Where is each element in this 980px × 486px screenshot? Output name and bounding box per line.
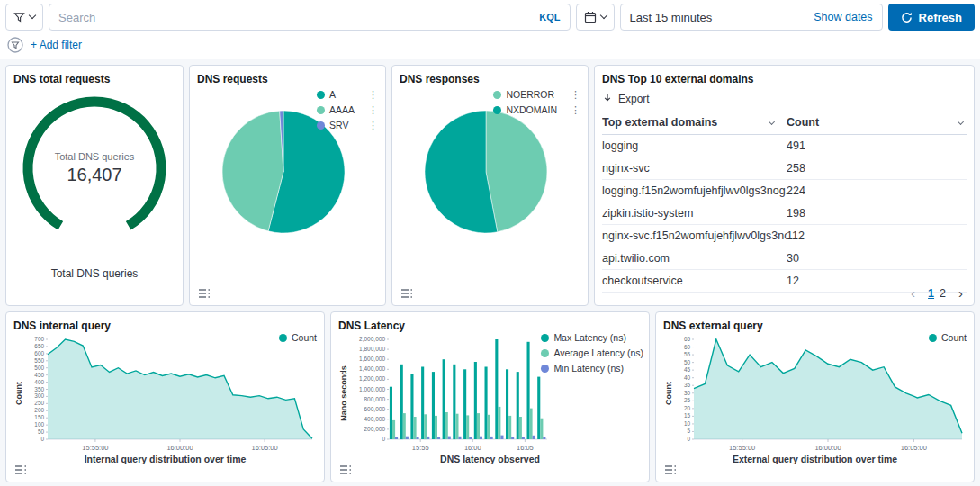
refresh-label: Refresh xyxy=(919,11,962,24)
svg-text:100: 100 xyxy=(34,421,44,428)
legend-item-Min Latency (ns)[interactable]: Min Latency (ns) xyxy=(541,363,643,374)
legend-menu-icon[interactable]: ⋮ xyxy=(359,90,378,100)
total-queries-gauge: Total DNS queries 16,407 xyxy=(21,94,168,242)
legend-item-Max Latency (ns)[interactable]: Max Latency (ns) xyxy=(541,332,643,343)
panel-title: DNS total requests xyxy=(13,73,175,86)
search-input[interactable] xyxy=(58,11,532,24)
legend-item-SRV[interactable]: SRV⋮ xyxy=(317,120,378,130)
x-axis-title: External query distribution over time xyxy=(663,454,967,464)
cell-domain: logging xyxy=(602,140,787,152)
legend-menu-icon[interactable]: ⋮ xyxy=(359,105,378,115)
legend-item-NOERROR[interactable]: NOERROR⋮ xyxy=(493,89,580,100)
refresh-button[interactable]: Refresh xyxy=(888,4,975,31)
panel-dns-latency: DNS Latency Max Latency (ns)Average Late… xyxy=(330,311,650,482)
svg-text:2,000,000: 2,000,000 xyxy=(359,336,385,342)
cell-count: 198 xyxy=(787,207,967,220)
legend-toggle-button[interactable] xyxy=(195,285,213,302)
add-filter-link[interactable]: + Add filter xyxy=(31,39,82,51)
legend-item-A[interactable]: A⋮ xyxy=(317,89,378,100)
legend-toggle-button[interactable] xyxy=(661,462,679,478)
legend-item-Count[interactable]: Count xyxy=(929,332,967,343)
legend-label: NXDOMAIN xyxy=(506,104,557,115)
y-axis-label: Nano seconds xyxy=(338,334,349,453)
export-button[interactable]: Export xyxy=(602,93,967,105)
pie-legend: NOERROR⋮NXDOMAIN⋮ xyxy=(493,89,580,115)
svg-text:55: 55 xyxy=(684,351,691,357)
svg-text:35: 35 xyxy=(684,382,691,388)
page-button-2[interactable]: 2 xyxy=(937,286,949,301)
legend-item-NXDOMAIN[interactable]: NXDOMAIN⋮ xyxy=(493,104,580,115)
time-range-label[interactable]: Last 15 minutes xyxy=(630,11,713,24)
legend-label: Average Latency (ns) xyxy=(553,347,643,358)
chevron-down-icon xyxy=(599,12,607,19)
svg-text:1,400,000: 1,400,000 xyxy=(359,365,385,372)
show-dates-link[interactable]: Show dates xyxy=(814,11,872,23)
refresh-icon xyxy=(901,12,913,23)
legend-list-icon xyxy=(400,288,413,299)
next-page-button[interactable]: › xyxy=(957,285,965,301)
kql-label[interactable]: KQL xyxy=(539,12,560,22)
previous-page-button[interactable]: ‹ xyxy=(909,285,917,301)
legend-menu-icon[interactable]: ⋮ xyxy=(562,90,580,100)
legend-dot-icon xyxy=(493,91,501,99)
page-button-1[interactable]: 1 xyxy=(925,286,937,301)
panel-title: DNS internal query xyxy=(13,320,317,332)
dashboard-top-row: DNS total requests Total DNS queries 16,… xyxy=(5,65,975,306)
external-query-area-chart: 0510152025303540455055606515:55:0016:00:… xyxy=(674,334,966,453)
gauge-value: 16,407 xyxy=(67,165,121,185)
panel-title: DNS external query xyxy=(663,320,967,332)
page-numbers: 12 xyxy=(925,286,949,301)
panel-dns-responses: DNS responses NOERROR⋮NXDOMAIN⋮ xyxy=(391,65,589,306)
cell-domain: checkoutservice xyxy=(602,274,787,287)
legend-label: Max Latency (ns) xyxy=(553,332,626,343)
legend-label: NOERROR xyxy=(506,89,554,100)
legend-dot-icon xyxy=(317,91,325,99)
column-header-label: Top external domains xyxy=(602,116,717,129)
svg-text:16:05:00: 16:05:00 xyxy=(901,444,927,452)
x-axis-title: Internal query distribution over time xyxy=(13,454,317,464)
table-row: api.twilio.com30 xyxy=(602,248,967,270)
legend-toggle-button[interactable] xyxy=(337,462,355,478)
column-header-domains[interactable]: Top external domains xyxy=(602,116,787,129)
legend-menu-icon[interactable]: ⋮ xyxy=(359,121,378,130)
time-range-control[interactable]: Last 15 minutes Show dates xyxy=(620,4,883,31)
svg-text:1,800,000: 1,800,000 xyxy=(359,346,385,352)
pie-slice-NOERROR[interactable] xyxy=(486,111,547,232)
legend-list-icon xyxy=(339,464,352,475)
sort-chevron-icon xyxy=(958,118,964,124)
legend-dot-icon xyxy=(493,106,501,114)
filter-icon[interactable] xyxy=(7,37,23,53)
svg-text:1,600,000: 1,600,000 xyxy=(359,356,385,362)
y-axis-label: Count xyxy=(663,334,674,453)
column-header-label: Count xyxy=(787,116,819,129)
legend-label: Min Latency (ns) xyxy=(553,363,624,374)
legend-item-Count[interactable]: Count xyxy=(279,332,317,343)
legend-item-Average Latency (ns)[interactable]: Average Latency (ns) xyxy=(541,347,643,358)
date-picker-button[interactable] xyxy=(576,4,615,31)
svg-text:50: 50 xyxy=(684,359,691,365)
legend-label: AAAA xyxy=(329,104,355,115)
filter-bar: + Add filter xyxy=(0,32,980,59)
svg-text:0: 0 xyxy=(40,436,44,442)
column-header-count[interactable]: Count xyxy=(787,116,967,129)
svg-text:16:05:00: 16:05:00 xyxy=(251,444,277,452)
gauge-bottom-label: Total DNS queries xyxy=(13,267,175,280)
svg-text:16:05: 16:05 xyxy=(517,444,534,452)
pagination: ‹ 12 › xyxy=(909,285,965,301)
cell-domain: api.twilio.com xyxy=(602,252,787,265)
gauge-center: Total DNS queries 16,407 xyxy=(21,94,168,242)
cell-domain: nginx-svc.f15n2womfujehfjlwv0lgs3no... xyxy=(602,230,787,242)
legend-toggle-button[interactable] xyxy=(398,285,416,302)
saved-query-menu-button[interactable] xyxy=(5,4,43,31)
legend-menu-icon[interactable]: ⋮ xyxy=(562,105,580,115)
svg-text:16:00: 16:00 xyxy=(464,444,481,452)
svg-text:1,000,000: 1,000,000 xyxy=(359,386,385,392)
svg-text:650: 650 xyxy=(34,343,44,349)
legend-item-AAAA[interactable]: AAAA⋮ xyxy=(317,104,378,115)
svg-text:0: 0 xyxy=(687,436,690,442)
table-header: Top external domains Count xyxy=(602,111,967,135)
svg-text:400: 400 xyxy=(34,379,44,385)
svg-text:700: 700 xyxy=(34,336,44,342)
legend-toggle-button[interactable] xyxy=(12,462,30,478)
cell-domain: zipkin.istio-system xyxy=(602,207,787,220)
